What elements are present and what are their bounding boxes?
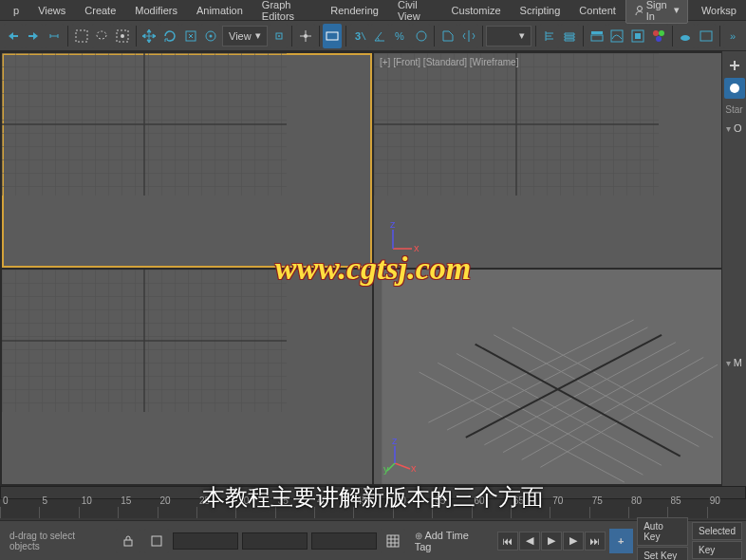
curve-editor-button[interactable] [608,24,627,48]
schematic-button[interactable] [628,24,647,48]
undo-button[interactable] [4,24,23,48]
signin-label: Sign In [646,0,670,22]
menu-item[interactable]: p [4,2,28,19]
svg-rect-62 [152,536,161,546]
align-button[interactable] [540,24,559,48]
keyboard-shortcut-button[interactable] [323,24,342,48]
layers-icon [562,28,577,44]
named-sets-dropdown[interactable]: ▾ [486,26,532,47]
tick-label: 90 [710,495,720,506]
viewport-perspective[interactable]: x y z [374,270,744,484]
menu-modifiers[interactable]: Modifiers [125,2,187,19]
menu-animation[interactable]: Animation [187,2,252,19]
isolate-button[interactable] [144,529,169,553]
rotate-button[interactable] [160,24,179,48]
view-label: View [229,30,252,42]
plus-icon: + [618,535,624,547]
align-icon [542,28,557,44]
placement-button[interactable] [201,24,220,48]
menu-content[interactable]: Content [569,2,625,19]
user-icon [634,5,643,16]
workspace-selector[interactable]: Worksp [696,2,742,19]
menu-civil-view[interactable]: Civil View [388,0,442,25]
link-button[interactable] [45,24,64,48]
goto-end-button[interactable]: ⏭ [585,532,606,551]
goto-start-button[interactable]: ⏮ [497,532,518,551]
select-rect-button[interactable] [72,24,91,48]
viewport-front[interactable]: [+] [Front] [Standard] [Wireframe] x z [374,53,744,268]
lock-icon [121,534,135,548]
render-frame-button[interactable] [697,24,716,48]
grid-toggle-icon [386,534,400,548]
menu-views[interactable]: Views [28,2,75,19]
main-toolbar: View ▾ 3 % ▾ » [0,21,746,51]
menu-customize[interactable]: Customize [442,2,511,19]
menu-rendering[interactable]: Rendering [321,2,388,19]
curve-icon [609,28,625,44]
mirror-button[interactable] [459,24,478,48]
brush-icon [115,28,130,44]
section-toggle[interactable]: ▾ O [724,121,743,136]
create-panel-button[interactable] [724,55,745,76]
svg-rect-17 [611,30,623,42]
more-tools-button[interactable]: » [723,24,742,48]
svg-rect-19 [635,33,641,39]
setkey-button[interactable]: Set Key [637,547,688,561]
add-keyframe-button[interactable]: + [609,529,634,553]
viewport-left[interactable] [2,270,372,484]
play-button[interactable]: ▶ [541,532,562,551]
svg-rect-11 [326,32,338,40]
percent-snap-button[interactable]: % [391,24,410,48]
material-editor-button[interactable] [649,24,668,48]
angle-snap-button[interactable] [371,24,390,48]
prev-frame-button[interactable]: ◀ [519,532,540,551]
geometry-button[interactable] [724,78,745,99]
scale-button[interactable] [181,24,200,48]
svg-text:3: 3 [355,30,361,42]
tick-label: 70 [552,495,563,506]
reference-coord-dropdown[interactable]: View ▾ [222,26,268,47]
menu-bar: p Views Create Modifiers Animation Graph… [0,0,746,21]
chevron-down-icon: ▾ [255,29,261,42]
select-paint-button[interactable] [113,24,132,48]
svg-point-10 [304,34,308,38]
selected-button[interactable]: Selected [692,522,742,540]
redo-button[interactable] [25,24,44,48]
select-lasso-button[interactable] [92,24,111,48]
svg-rect-15 [591,31,603,34]
autokey-button[interactable]: Auto Key [637,517,688,546]
time-tag-button[interactable]: ⊕ Add Time Tag [409,530,494,552]
z-coord-input[interactable] [311,532,377,550]
perspective-grid-icon [374,270,744,484]
menu-create[interactable]: Create [75,2,125,19]
keyfilters-button[interactable]: Key [692,541,742,559]
lasso-icon [94,28,109,44]
named-selection-button[interactable] [438,24,457,48]
y-coord-input[interactable] [242,532,308,550]
snap-button[interactable]: 3 [350,24,369,48]
next-frame-button[interactable]: ▶ [563,532,584,551]
svg-point-21 [659,30,664,36]
toggle-ribbon-button[interactable] [587,24,606,48]
layers-button[interactable] [561,24,580,48]
manipulate-button[interactable] [296,24,315,48]
svg-point-0 [637,6,642,10]
snap-icon: 3 [352,28,367,44]
menu-graph-editors[interactable]: Graph Editors [252,0,321,25]
x-coord-input[interactable] [173,532,238,550]
viewport-label[interactable]: [+] [Front] [Standard] [Wireframe] [380,57,518,67]
render-setup-button[interactable] [676,24,695,48]
spinner-snap-button[interactable] [412,24,431,48]
lock-button[interactable] [116,529,140,553]
teapot-icon [678,28,693,44]
signin-button[interactable]: Sign In ▾ [625,0,688,24]
axis-gizmo-icon: x y z [383,437,421,475]
move-button[interactable] [140,24,159,48]
section-toggle[interactable]: ▾ M [724,355,744,370]
svg-point-2 [97,31,106,39]
pivot-button[interactable] [270,24,289,48]
grid-button[interactable] [381,529,405,553]
tick-label: 15 [121,495,131,506]
viewport-top[interactable] [2,53,372,268]
menu-scripting[interactable]: Scripting [511,2,570,19]
